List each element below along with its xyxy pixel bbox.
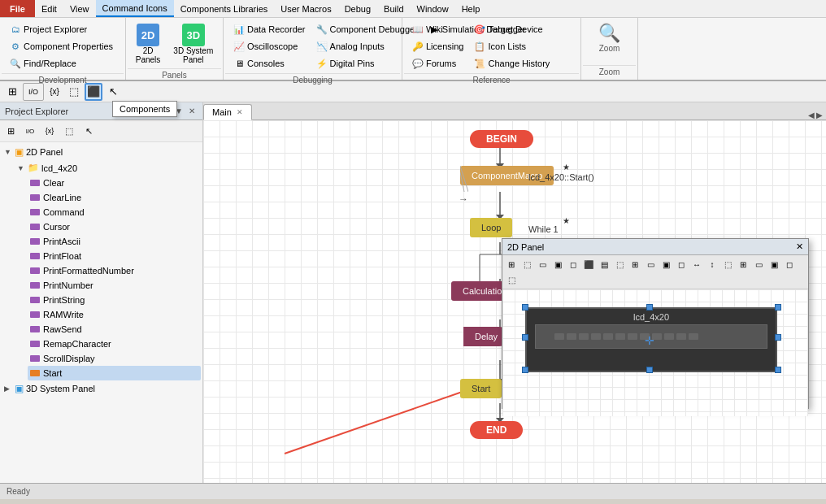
fpt-btn-19[interactable]: ◻: [782, 257, 797, 272]
resize-tl[interactable]: [522, 304, 528, 311]
tb-cursor-btn[interactable]: ↖: [104, 83, 122, 101]
begin-label: BEGIN: [470, 130, 533, 148]
remapcharacter-item[interactable]: RemapCharacter: [28, 337, 201, 351]
tb-connect-btn[interactable]: ⬚: [65, 83, 83, 101]
pt-box-btn[interactable]: ⬚: [60, 122, 78, 140]
licensing-btn[interactable]: 🔑 Licensing: [407, 38, 467, 54]
start-block[interactable]: Start: [460, 379, 502, 398]
2d-panel-expand[interactable]: ▼: [4, 148, 14, 156]
lcd-block[interactable]: lcd_4x20: [525, 307, 777, 372]
resize-rm[interactable]: [775, 334, 781, 341]
fpt-btn-12[interactable]: ◻: [674, 257, 689, 272]
main-tab-close[interactable]: ✕: [237, 108, 243, 116]
zoom-btn[interactable]: 🔍 Zoom: [592, 21, 627, 54]
fpt-btn-13[interactable]: ↔: [689, 257, 704, 272]
begin-block[interactable]: BEGIN: [470, 130, 533, 148]
fpt-btn-5[interactable]: ◻: [566, 257, 580, 272]
fpt-btn-20[interactable]: ⬚: [504, 272, 519, 287]
ramwrite-item[interactable]: RAMWrite: [28, 307, 201, 322]
target-device-btn[interactable]: 🎯 Target Device: [469, 21, 554, 37]
float-panel-close-btn[interactable]: ✕: [796, 241, 803, 252]
3d-panel-item[interactable]: ▶ ▣ 3D System Panel: [2, 380, 201, 397]
edit-menu[interactable]: Edit: [35, 0, 63, 17]
fpt-btn-18[interactable]: ▣: [767, 257, 781, 272]
pt-group-btn[interactable]: ⊞: [2, 122, 20, 140]
resize-bl[interactable]: [522, 367, 528, 373]
component-properties-btn[interactable]: ⚙ Component Properties: [5, 38, 120, 54]
change-history-btn[interactable]: 📜 Change History: [469, 55, 554, 72]
components-libraries-menu[interactable]: Components Libraries: [174, 0, 275, 17]
command-item[interactable]: Command: [28, 205, 201, 219]
main-tab[interactable]: Main ✕: [203, 104, 252, 120]
wiki-btn[interactable]: 📖 Wiki: [407, 21, 467, 37]
pt-sel-btn[interactable]: ↖: [80, 122, 98, 140]
fpt-btn-7[interactable]: ▤: [597, 257, 611, 272]
pt-var-btn[interactable]: {x}: [41, 122, 59, 140]
lcd-4x20-item[interactable]: ▼ 📁 lcd_4x20: [15, 160, 201, 176]
find-replace-btn[interactable]: 🔍 Find/Replace: [5, 55, 120, 72]
end-block[interactable]: END: [470, 421, 523, 439]
fpt-btn-17[interactable]: ▭: [751, 257, 766, 272]
fpt-btn-4[interactable]: ▣: [550, 257, 565, 272]
fpt-btn-6[interactable]: ⬛: [581, 257, 596, 272]
resize-tm[interactable]: [646, 304, 653, 311]
loop-block[interactable]: Loop: [470, 218, 512, 237]
printfloat-label: PrintFloat: [43, 251, 81, 261]
icon-lists-btn[interactable]: 📋 Icon Lists: [469, 38, 554, 54]
rawsend-item[interactable]: RawSend: [28, 322, 201, 337]
file-menu[interactable]: File: [0, 0, 35, 17]
project-explorer-btn[interactable]: 🗂 Project Explorer: [5, 21, 120, 37]
clear-item[interactable]: Clear: [28, 176, 201, 190]
printascii-item[interactable]: PrintAscii: [28, 234, 201, 249]
window-menu[interactable]: Window: [411, 0, 455, 17]
fpt-btn-9[interactable]: ⊞: [628, 257, 642, 272]
clearline-item[interactable]: ClearLine: [28, 190, 201, 205]
printnumber-item[interactable]: PrintNumber: [28, 278, 201, 293]
2d-panels-btn[interactable]: 2D 2DPanels: [132, 21, 165, 67]
fpt-btn-10[interactable]: ▭: [643, 257, 658, 272]
3d-system-panel-btn[interactable]: 3D 3D SystemPanel: [169, 21, 217, 67]
tb-var-btn[interactable]: {x}: [46, 83, 63, 101]
resize-tr[interactable]: [775, 304, 781, 311]
fpt-btn-11[interactable]: ▣: [659, 257, 673, 272]
fpt-btn-14[interactable]: ↕: [705, 257, 719, 272]
tab-next-btn[interactable]: ▶: [816, 111, 823, 119]
cursor-item[interactable]: Cursor: [28, 219, 201, 234]
consoles-btn[interactable]: 🖥 Consoles: [228, 55, 310, 72]
tb-highlight-btn[interactable]: ⬛: [85, 83, 102, 101]
build-menu[interactable]: Build: [377, 0, 410, 17]
pt-io-btn[interactable]: I/O: [21, 122, 39, 140]
scrolldisplay-item[interactable]: ScrollDisplay: [28, 351, 201, 366]
forums-btn[interactable]: 💬 Forums: [407, 55, 467, 72]
printformattednumber-item[interactable]: PrintFormattedNumber: [28, 263, 201, 278]
oscilloscope-btn[interactable]: 📈 Oscilloscope: [228, 38, 310, 54]
tab-prev-btn[interactable]: ◀: [808, 111, 815, 119]
tb-io-btn[interactable]: I/O: [23, 83, 44, 101]
resize-br[interactable]: [775, 367, 781, 373]
start-item[interactable]: Start: [28, 366, 201, 380]
fpt-btn-15[interactable]: ⬚: [720, 257, 735, 272]
find-replace-icon: 🔍: [9, 57, 22, 70]
fpt-btn-16[interactable]: ⊞: [736, 257, 750, 272]
printstring-item[interactable]: PrintString: [28, 293, 201, 307]
user-macros-menu[interactable]: User Macros: [274, 0, 337, 17]
view-menu[interactable]: View: [63, 0, 96, 17]
help-menu[interactable]: Help: [455, 0, 487, 17]
command-icons-menu[interactable]: Command Icons: [96, 0, 174, 17]
lcd-cell: [603, 333, 613, 340]
fpt-btn-2[interactable]: ⬚: [520, 257, 534, 272]
fpt-btn-8[interactable]: ⬚: [612, 257, 627, 272]
printfloat-item[interactable]: PrintFloat: [28, 249, 201, 263]
debug-menu[interactable]: Debug: [338, 0, 377, 17]
lcd-expand[interactable]: ▼: [17, 164, 27, 172]
close-panel-btn[interactable]: ✕: [186, 106, 198, 117]
fpt-btn-3[interactable]: ▭: [535, 257, 550, 272]
resize-bm[interactable]: [646, 367, 653, 373]
3d-panel-expand[interactable]: ▶: [4, 385, 14, 393]
lcd-cell: [615, 333, 625, 340]
2d-panel-item[interactable]: ▼ ▣ 2D Panel: [2, 144, 201, 160]
data-recorder-btn[interactable]: 📊 Data Recorder: [228, 21, 310, 37]
resize-lm[interactable]: [522, 334, 528, 341]
tb-grid-btn[interactable]: ⊞: [3, 83, 21, 101]
fpt-btn-1[interactable]: ⊞: [504, 257, 519, 272]
